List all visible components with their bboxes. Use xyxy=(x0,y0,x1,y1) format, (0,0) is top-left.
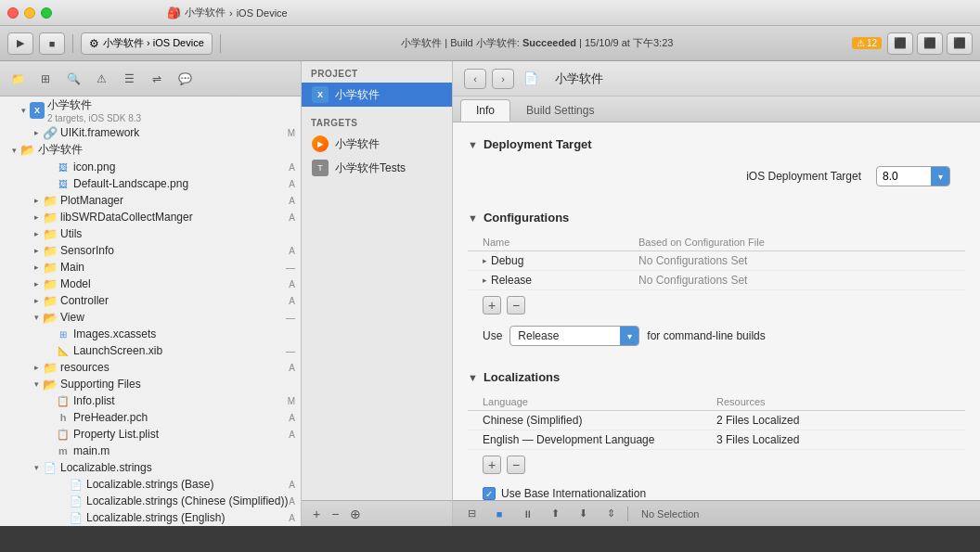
icon-png-label: icon.png xyxy=(73,160,115,173)
tree-main[interactable]: 📁 Main — xyxy=(0,259,301,276)
status-left-btn[interactable]: ⊟ xyxy=(460,505,483,523)
warning-btn[interactable]: ⚠ xyxy=(91,70,111,88)
maximize-button[interactable] xyxy=(41,7,52,19)
lib-label: libSWRDataCollectManger xyxy=(60,211,193,224)
xcode-project-icon: X xyxy=(312,86,329,103)
tree-uikit[interactable]: 🔗 UIKit.framework M xyxy=(0,124,301,141)
forward-btn[interactable]: › xyxy=(492,69,514,89)
status-separator xyxy=(627,507,628,521)
project-config-btn[interactable]: ⊕ xyxy=(346,507,365,521)
config-release-name: Release xyxy=(491,274,532,287)
loc-disclosure[interactable]: ▼ xyxy=(468,372,478,383)
deployment-label: iOS Deployment Target xyxy=(483,170,876,183)
config-row-debug[interactable]: ▸ Debug No Configurations Set xyxy=(468,251,965,271)
target-tests[interactable]: T 小学软件Tests xyxy=(302,156,452,180)
tree-resources[interactable]: 📁 resources A xyxy=(0,359,301,376)
project-remove-btn[interactable]: − xyxy=(328,507,342,521)
base-intl-checkbox[interactable]: ✓ xyxy=(483,487,496,500)
status-updown-btn[interactable]: ⇕ xyxy=(600,505,622,523)
config-disclosure[interactable]: ▼ xyxy=(468,212,478,224)
close-button[interactable] xyxy=(7,7,19,19)
status-pause-btn[interactable]: ⏸ xyxy=(516,505,538,523)
loc-english-res: 3 Files Localized xyxy=(716,433,950,446)
model-badge: A xyxy=(289,279,295,289)
tree-controller[interactable]: 📁 Controller A xyxy=(0,292,301,309)
folder-icon-btn[interactable]: 📁 xyxy=(7,70,28,88)
grid-btn[interactable]: ⊞ xyxy=(35,70,56,88)
tab-build-settings[interactable]: Build Settings xyxy=(510,99,610,122)
config-debug-cell: ▸ Debug xyxy=(483,254,638,267)
tree-lib[interactable]: 📁 libSWRDataCollectManger A xyxy=(0,209,301,225)
config-remove-btn[interactable]: − xyxy=(507,296,525,315)
project-item-main[interactable]: X 小学软件 xyxy=(302,83,452,107)
tab-info[interactable]: Info xyxy=(460,99,510,122)
project-add-btn[interactable]: + xyxy=(309,507,324,521)
info-plist-icon: 📋 xyxy=(56,393,71,408)
tree-preheader[interactable]: h PreHeader.pch A xyxy=(0,409,301,426)
run-button[interactable]: ▶ xyxy=(7,32,33,55)
deployment-disclosure[interactable]: ▼ xyxy=(468,139,478,150)
info-plist-label: Info.plist xyxy=(73,394,115,407)
tree-property[interactable]: 📋 Property List.plist A xyxy=(0,426,301,443)
tree-local-english[interactable]: 📄 Localizable.strings (English) A xyxy=(0,509,301,526)
deployment-select[interactable]: 8.0 ▾ xyxy=(876,166,950,186)
status-down-btn[interactable]: ⬇ xyxy=(572,505,594,523)
toolbar: ▶ ■ ⚙ 小学软件 › iOS Device 小学软件 | Build 小学软… xyxy=(0,26,980,61)
model-icon: 📁 xyxy=(43,276,58,291)
filter-btn[interactable]: ⇌ xyxy=(147,70,167,88)
tree-supporting[interactable]: 📂 Supporting Files xyxy=(0,376,301,392)
tree-launch[interactable]: 📐 LaunchScreen.xib — xyxy=(0,342,301,359)
config-add-btn[interactable]: + xyxy=(483,296,501,315)
tree-root[interactable]: X 小学软件 2 targets, iOS SDK 8.3 xyxy=(0,96,301,124)
center-panel-toggle[interactable]: ⬛ xyxy=(917,32,943,55)
minimize-button[interactable] xyxy=(24,7,35,19)
lib-icon: 📁 xyxy=(43,210,58,225)
loc-title: Localizations xyxy=(484,370,560,384)
back-btn[interactable]: ‹ xyxy=(464,69,486,89)
config-debug-name: Debug xyxy=(491,254,523,267)
loc-remove-btn[interactable]: − xyxy=(507,456,525,474)
config-row-release[interactable]: ▸ Release No Configurations Set xyxy=(468,271,965,290)
tree-landscape[interactable]: 🖼 Default-Landscape.png A xyxy=(0,175,301,192)
tree-sensor[interactable]: 📁 SensorInfo A xyxy=(0,242,301,259)
settings-btn[interactable]: ☰ xyxy=(119,70,139,88)
warning-badge[interactable]: ⚠ 12 xyxy=(852,37,882,49)
tree-model[interactable]: 📁 Model A xyxy=(0,276,301,292)
tree-group[interactable]: 📂 小学软件 xyxy=(0,141,301,159)
content-file-icon: 📄 xyxy=(523,71,538,85)
loc-add-btn[interactable]: + xyxy=(483,456,501,474)
config-col-name: Name xyxy=(483,237,638,248)
config-debug-value: No Configurations Set xyxy=(638,254,950,267)
sensor-disclosure xyxy=(30,244,43,257)
main-folder-icon: 📁 xyxy=(43,260,58,275)
scheme-selector[interactable]: ⚙ 小学软件 › iOS Device xyxy=(81,32,213,55)
tree-icon-png[interactable]: 🖼 icon.png A xyxy=(0,159,301,175)
stop-button[interactable]: ■ xyxy=(39,32,65,55)
tree-localizable[interactable]: 📄 Localizable.strings xyxy=(0,459,301,476)
sensor-label: SensorInfo xyxy=(60,244,114,257)
msg-btn[interactable]: 💬 xyxy=(174,70,195,88)
loc-row-chinese[interactable]: Chinese (Simplified) 2 Files Localized xyxy=(468,411,965,430)
status-up-btn[interactable]: ⬆ xyxy=(544,505,566,523)
tree-main-m[interactable]: m main.m xyxy=(0,443,301,459)
tree-info-plist[interactable]: 📋 Info.plist M xyxy=(0,392,301,409)
loc-col-language: Language xyxy=(483,396,716,407)
tree-local-base[interactable]: 📄 Localizable.strings (Base) A xyxy=(0,476,301,493)
loc-english-label: English — Development Language xyxy=(483,433,716,446)
loc-table: Language Resources Chinese (Simplified) … xyxy=(468,393,965,450)
release-disclosure: ▸ xyxy=(483,276,487,285)
tree-images[interactable]: ⊞ Images.xcassets xyxy=(0,326,301,342)
target-main[interactable]: ▶ 小学软件 xyxy=(302,132,452,156)
use-select[interactable]: Release ▾ xyxy=(509,326,639,346)
tree-view[interactable]: 📂 View — xyxy=(0,309,301,326)
search-btn[interactable]: 🔍 xyxy=(63,70,84,88)
status-blue-btn[interactable]: ■ xyxy=(488,505,510,523)
config-release-cell: ▸ Release xyxy=(483,274,638,287)
tree-plot[interactable]: 📁 PlotManager A xyxy=(0,192,301,209)
left-panel-toggle[interactable]: ⬛ xyxy=(887,32,913,55)
loc-row-english[interactable]: English — Development Language 3 Files L… xyxy=(468,430,965,450)
status-text: No Selection xyxy=(641,508,699,520)
tree-local-chinese[interactable]: 📄 Localizable.strings (Chinese (Simplifi… xyxy=(0,493,301,509)
tree-utils[interactable]: 📁 Utils xyxy=(0,225,301,242)
right-panel-toggle[interactable]: ⬛ xyxy=(947,32,973,55)
